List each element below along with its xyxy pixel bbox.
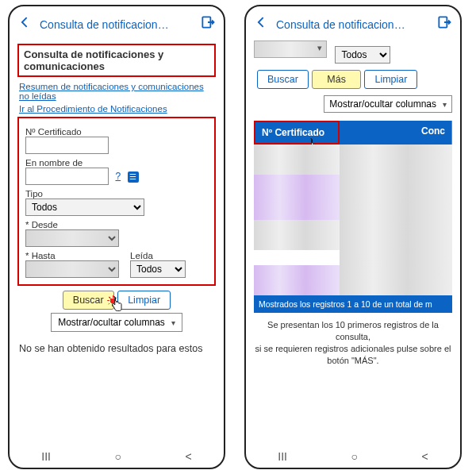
table-row[interactable]: [254, 160, 452, 175]
app-topbar: Consulta de notificacion…: [10, 6, 224, 39]
select-filter-blurred[interactable]: [254, 40, 327, 58]
mas-button[interactable]: Más: [312, 70, 361, 89]
label-leida: Leída: [130, 251, 186, 260]
link-procedimiento[interactable]: Ir al Procedimiento de Notificaciones: [19, 104, 214, 114]
help-question-icon[interactable]: ?: [115, 171, 121, 182]
nav-recent-icon[interactable]: III: [41, 450, 51, 463]
no-results-text: No se han obtenido resultados para estos: [17, 343, 216, 354]
table-row[interactable]: [254, 265, 452, 280]
toggle-columns-label: Mostrar/ocultar columnas: [58, 317, 165, 328]
label-certificado: Nº Certificado: [25, 127, 208, 137]
nav-back-icon[interactable]: <: [422, 450, 428, 463]
android-navbar: III ○ <: [246, 445, 460, 468]
toggle-columns-label: Mostrar/ocultar columnas: [329, 98, 436, 110]
table-footer: Mostrados los registros 1 a 10 de un tot…: [254, 295, 452, 313]
input-en-nombre-de[interactable]: [25, 168, 109, 185]
pagination-summary: Se presentan los 10 primeros registros d…: [254, 319, 452, 366]
table-row[interactable]: [254, 190, 452, 205]
table-body: [254, 145, 452, 295]
page-content-left: Consulta de notificaciones y comunicacio…: [10, 39, 224, 445]
table-row[interactable]: [254, 175, 452, 190]
table-row[interactable]: [254, 280, 452, 295]
link-resumen-no-leidas[interactable]: Resumen de notificaciones y comunicacion…: [19, 82, 214, 101]
phone-left: Consulta de notificacion… Consulta de no…: [8, 5, 225, 469]
phone-right: Consulta de notificacion… Todos Buscar M…: [244, 5, 462, 469]
back-arrow-icon[interactable]: [16, 14, 35, 34]
button-row-right: Buscar Más Limpiar Mostrar/ocultar colum…: [254, 70, 452, 113]
app-title: Consulta de notificacion…: [35, 18, 198, 31]
page-content-right: Todos Buscar Más Limpiar Mostrar/ocultar…: [246, 39, 460, 445]
chevron-down-icon: ▾: [443, 100, 447, 109]
nav-home-icon[interactable]: ○: [114, 450, 121, 463]
table-row[interactable]: [254, 145, 452, 160]
table-header: Nº Certificado Conc: [254, 121, 452, 145]
nav-back-icon[interactable]: <: [186, 450, 192, 463]
chevron-down-icon: ▾: [171, 318, 175, 327]
select-hasta[interactable]: [25, 260, 119, 278]
results-table: Nº Certificado Conc: [254, 121, 452, 313]
nav-home-icon[interactable]: ○: [351, 450, 357, 463]
toggle-columns-dropdown[interactable]: Mostrar/ocultar columnas ▾: [324, 95, 452, 113]
label-en-nombre-de: En nombre de: [25, 158, 208, 168]
label-tipo: Tipo: [25, 189, 208, 198]
label-hasta: * Hasta: [25, 251, 119, 260]
table-row[interactable]: [254, 235, 452, 250]
buscar-button[interactable]: Buscar: [257, 70, 309, 89]
select-desde[interactable]: [25, 229, 119, 247]
buscar-button[interactable]: Buscar: [63, 291, 114, 310]
button-row-left: Buscar Limpiar Mostrar/ocultar columnas …: [17, 291, 216, 332]
toggle-columns-dropdown[interactable]: Mostrar/ocultar columnas ▾: [51, 313, 182, 332]
limpiar-button[interactable]: Limpiar: [117, 291, 171, 310]
android-navbar: III ○ <: [10, 445, 224, 468]
col-header-certificado[interactable]: Nº Certificado: [254, 121, 340, 145]
page-title: Consulta de notificaciones y comunicacio…: [17, 44, 216, 77]
col-header-concepto[interactable]: Conc: [340, 121, 452, 145]
label-desde: * Desde: [25, 220, 208, 229]
help-lookup-icon[interactable]: ☰: [128, 171, 139, 183]
search-form: Nº Certificado En nombre de ? ☰ Tipo Tod…: [17, 117, 216, 286]
limpiar-button[interactable]: Limpiar: [364, 70, 417, 89]
select-leida[interactable]: Todos: [130, 260, 186, 278]
app-title: Consulta de notificacion…: [271, 18, 435, 31]
select-tipo[interactable]: Todos: [25, 198, 144, 216]
table-row[interactable]: [254, 220, 452, 235]
app-topbar: Consulta de notificacion…: [246, 6, 460, 39]
exit-icon[interactable]: [198, 14, 217, 34]
table-row[interactable]: [254, 250, 452, 265]
select-estado[interactable]: Todos: [335, 46, 390, 64]
back-arrow-icon[interactable]: [252, 14, 271, 34]
exit-icon[interactable]: [435, 14, 454, 34]
table-row[interactable]: [254, 205, 452, 220]
input-certificado[interactable]: [25, 137, 109, 154]
nav-recent-icon[interactable]: III: [278, 450, 287, 463]
